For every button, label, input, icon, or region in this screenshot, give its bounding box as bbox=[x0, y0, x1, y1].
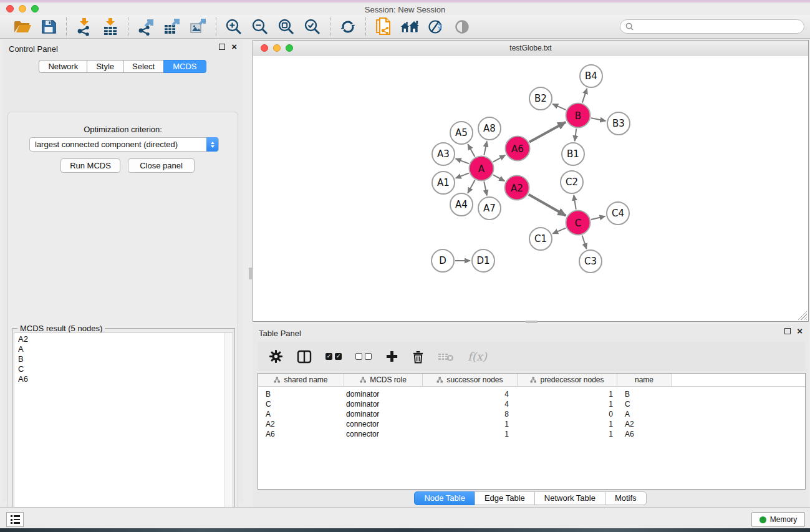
edge-C-C4[interactable] bbox=[591, 216, 605, 220]
float-panel-icon[interactable] bbox=[219, 44, 225, 50]
table-row[interactable]: Bdominator41B bbox=[258, 389, 805, 399]
edge-A-A2[interactable] bbox=[493, 175, 504, 181]
edge-A-A5[interactable] bbox=[468, 144, 475, 157]
mcds-result-item[interactable]: C bbox=[18, 364, 233, 374]
table-cell[interactable]: 1 bbox=[518, 419, 617, 429]
new-network-icon[interactable] bbox=[374, 17, 393, 37]
select-all-columns-icon[interactable]: ✓✓ bbox=[325, 353, 342, 360]
table-row[interactable]: Adominator80A bbox=[258, 409, 805, 419]
import-table-icon[interactable] bbox=[100, 17, 120, 37]
edge-C-C3[interactable] bbox=[582, 235, 587, 249]
table-cell[interactable]: A bbox=[258, 409, 344, 419]
graph-node-B4[interactable]: B4 bbox=[579, 64, 603, 88]
tab-mcds[interactable]: MCDS bbox=[163, 60, 206, 73]
edge-A-A6[interactable] bbox=[493, 155, 505, 162]
task-history-button[interactable] bbox=[6, 512, 24, 527]
table-cell[interactable]: 0 bbox=[518, 409, 617, 419]
tab-style[interactable]: Style bbox=[87, 60, 123, 73]
table-cell[interactable]: A6 bbox=[258, 429, 344, 439]
graph-node-C3[interactable]: C3 bbox=[579, 249, 602, 273]
hide-graphics-details-icon[interactable] bbox=[452, 17, 472, 37]
delete-column-trash-icon[interactable] bbox=[412, 350, 424, 364]
graph-node-A1[interactable]: A1 bbox=[432, 171, 455, 195]
graph-node-A4[interactable]: A4 bbox=[450, 193, 473, 216]
mcds-result-list[interactable]: A2ABCA6 bbox=[14, 332, 233, 532]
export-table-icon[interactable] bbox=[162, 17, 182, 37]
graph-node-C4[interactable]: C4 bbox=[606, 201, 630, 225]
column-header-MCDS-role[interactable]: MCDS role bbox=[344, 374, 423, 387]
table-cell[interactable]: 1 bbox=[518, 389, 617, 399]
memory-button[interactable]: Memory bbox=[751, 512, 805, 527]
graph-node-A2[interactable]: A2 bbox=[504, 175, 530, 201]
table-cell[interactable]: A2 bbox=[258, 419, 344, 429]
graph-node-A5[interactable]: A5 bbox=[450, 121, 473, 145]
search-input[interactable] bbox=[637, 22, 793, 31]
graph-node-A7[interactable]: A7 bbox=[478, 196, 501, 220]
tab-motifs[interactable]: Motifs bbox=[605, 491, 647, 505]
import-network-icon[interactable] bbox=[74, 17, 94, 37]
network-window-titlebar[interactable]: testGlobe.txt bbox=[253, 41, 808, 56]
edge-B-B3[interactable] bbox=[591, 118, 605, 121]
tab-select[interactable]: Select bbox=[123, 60, 164, 73]
show-column-panel-icon[interactable] bbox=[297, 350, 312, 364]
zoom-out-icon[interactable] bbox=[250, 17, 270, 37]
mcds-result-item[interactable]: B bbox=[18, 354, 233, 364]
table-cell[interactable]: 1 bbox=[423, 429, 518, 439]
table-cell[interactable]: 1 bbox=[518, 399, 617, 409]
table-row[interactable]: Cdominator41C bbox=[258, 399, 805, 409]
close-panel-button[interactable]: Close panel bbox=[128, 158, 195, 173]
table-cell[interactable]: dominator bbox=[344, 389, 423, 399]
edge-A-A3[interactable] bbox=[456, 158, 469, 163]
criterion-dropdown[interactable]: largest connected component (directed) bbox=[29, 137, 219, 152]
run-mcds-button[interactable]: Run MCDS bbox=[60, 158, 120, 173]
column-header-predecessor-nodes[interactable]: predecessor nodes bbox=[518, 374, 617, 387]
column-header-shared-name[interactable]: shared name bbox=[258, 374, 344, 387]
zoom-selected-icon[interactable] bbox=[302, 17, 322, 37]
table-header-row[interactable]: shared nameMCDS rolesuccessor nodesprede… bbox=[258, 374, 805, 387]
table-cell[interactable]: 1 bbox=[518, 429, 617, 439]
delete-table-icon[interactable] bbox=[438, 351, 454, 362]
search-field[interactable] bbox=[620, 19, 804, 34]
table-cell[interactable]: dominator bbox=[344, 409, 423, 419]
table-cell[interactable]: B bbox=[258, 389, 344, 399]
tab-network-table[interactable]: Network Table bbox=[534, 491, 605, 505]
function-builder-icon[interactable]: f(x) bbox=[468, 350, 487, 363]
graph-node-B3[interactable]: B3 bbox=[607, 112, 630, 135]
table-cell[interactable]: 1 bbox=[423, 419, 518, 429]
column-header-name[interactable]: name bbox=[617, 374, 672, 387]
graph-node-D[interactable]: D bbox=[431, 249, 455, 273]
node-table[interactable]: shared nameMCDS rolesuccessor nodesprede… bbox=[258, 373, 806, 490]
deselect-all-columns-icon[interactable] bbox=[355, 353, 372, 360]
table-cell[interactable]: C bbox=[258, 399, 344, 409]
graph-node-B1[interactable]: B1 bbox=[561, 142, 585, 166]
table-cell[interactable]: 4 bbox=[423, 399, 518, 409]
edge-A-A1[interactable] bbox=[456, 173, 469, 178]
table-cell[interactable]: A2 bbox=[617, 419, 672, 429]
export-network-icon[interactable] bbox=[136, 17, 156, 37]
edge-A6-B[interactable] bbox=[529, 122, 566, 142]
graph-node-B2[interactable]: B2 bbox=[529, 87, 552, 110]
table-cell[interactable]: 8 bbox=[423, 409, 518, 419]
table-cell[interactable]: C bbox=[617, 399, 672, 409]
table-settings-gear-icon[interactable] bbox=[269, 349, 283, 364]
network-canvas[interactable]: B4B2BB3B1A5A8A6A3AA1C2A2A4A7C4CC1C3DD1 bbox=[253, 56, 808, 321]
close-panel-icon[interactable]: × bbox=[231, 44, 237, 50]
tab-node-table[interactable]: Node Table bbox=[414, 491, 475, 505]
title-bar[interactable]: Session: New Session bbox=[0, 2, 810, 15]
graph-node-A3[interactable]: A3 bbox=[432, 142, 455, 166]
mcds-result-item[interactable]: A bbox=[18, 344, 233, 354]
float-panel-icon[interactable] bbox=[784, 328, 791, 334]
home-icon[interactable] bbox=[400, 17, 420, 37]
add-column-icon[interactable] bbox=[385, 350, 398, 363]
edge-A-A8[interactable] bbox=[484, 142, 487, 155]
refresh-icon[interactable] bbox=[338, 17, 358, 37]
table-row[interactable]: A6connector11A6 bbox=[258, 429, 805, 439]
graph-node-A[interactable]: A bbox=[469, 156, 494, 181]
edge-B-B2[interactable] bbox=[552, 104, 566, 110]
table-body[interactable]: Bdominator41BCdominator41CAdominator80AA… bbox=[258, 387, 805, 439]
export-image-icon[interactable] bbox=[188, 17, 208, 37]
zoom-in-icon[interactable] bbox=[224, 17, 244, 37]
show-graphics-details-icon[interactable] bbox=[426, 17, 446, 37]
open-session-icon[interactable] bbox=[12, 17, 32, 37]
splitter-handle[interactable] bbox=[526, 321, 538, 323]
